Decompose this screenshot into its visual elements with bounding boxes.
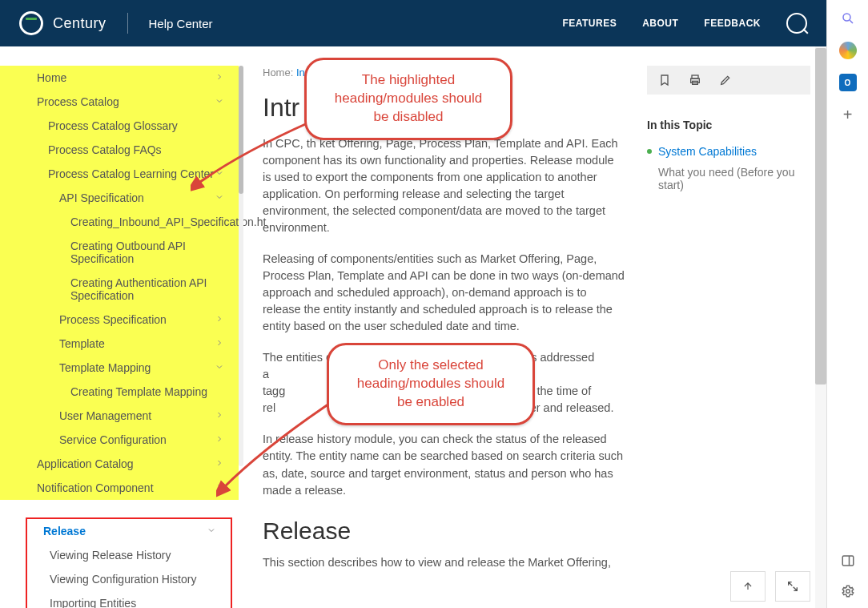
sidebar-item-process-catalog[interactable]: Process Catalog <box>0 90 239 114</box>
brand-separator <box>127 13 128 34</box>
breadcrumb-prefix: Home: <box>263 66 293 79</box>
sidebar-item-label: Home <box>37 71 66 84</box>
sidebar-item-creating-inbound-api-specification-ht[interactable]: Creating_Inbound_API_Specification.ht <box>0 210 239 234</box>
paragraph-2: Releasing of components/entities such as… <box>263 251 625 335</box>
sidebar-item-label: Process Catalog FAQs <box>48 143 162 156</box>
sidebar-item-template[interactable]: Template <box>0 332 239 356</box>
nav-link-about[interactable]: ABOUT <box>642 18 678 29</box>
svg-rect-4 <box>842 556 854 566</box>
search-icon[interactable] <box>786 13 807 34</box>
chevron-down-icon <box>215 168 224 180</box>
sidebar-item-label: Importing Entities <box>50 597 136 608</box>
chevron-right-icon <box>215 314 224 326</box>
in-this-topic-heading: In this Topic <box>647 119 810 131</box>
paragraph-1: In CPC, th ket Offering, Page, Process P… <box>263 135 625 236</box>
sidebar-item-importing-entities[interactable]: Importing Entities <box>27 591 231 608</box>
sidebar-item-home[interactable]: Home <box>0 66 239 90</box>
brand-logo-icon <box>19 11 43 35</box>
chevron-down-icon <box>215 362 224 374</box>
section-title-release: Release <box>263 513 625 549</box>
chevron-right-icon <box>215 458 224 470</box>
sidebar-item-label: Template <box>59 337 105 350</box>
sidebar-item-creating-outbound-api-specification[interactable]: Creating Outbound API Specification <box>0 234 239 271</box>
sidebar-item-viewing-release-history[interactable]: Viewing Release History <box>27 543 231 567</box>
chevron-right-icon <box>215 338 224 350</box>
sidebar-item-label: Process Catalog <box>37 95 119 108</box>
bookmark-icon[interactable] <box>658 74 671 87</box>
sidepanel-add-icon[interactable]: + <box>839 106 857 123</box>
sidebar-item-label: Creating Outbound API Specification <box>70 240 224 265</box>
sidebar-item-creating-template-mapping[interactable]: Creating Template Mapping <box>0 380 239 404</box>
annotation-callout-enabled: Only the selected heading/modules should… <box>327 343 535 425</box>
browser-side-panel: O + <box>826 0 868 608</box>
chevron-right-icon <box>215 434 224 446</box>
sidebar-item-viewing-configuration-history[interactable]: Viewing Configuration History <box>27 567 231 591</box>
chevron-down-icon <box>215 192 224 204</box>
sidebar-item-label: Creating Authentication API Specificatio… <box>70 276 224 302</box>
sidepanel-panel-toggle-icon[interactable] <box>839 552 857 570</box>
sidebar-item-label: Viewing Release History <box>50 549 171 562</box>
sidebar-item-label: Notification Component <box>37 481 154 494</box>
chevron-down-icon <box>207 525 216 538</box>
sidepanel-settings-icon[interactable] <box>839 582 857 600</box>
sidebar-item-label: User Management <box>59 409 151 422</box>
sidepanel-copilot-icon[interactable] <box>839 42 857 59</box>
sidebar-item-api-specification[interactable]: API Specification <box>0 186 239 210</box>
annotation-callout-disabled: The highlighted heading/modules should b… <box>304 58 512 140</box>
sidebar-item-label: Process Catalog Glossary <box>48 119 178 132</box>
sidebar-item-service-configuration[interactable]: Service Configuration <box>0 428 239 452</box>
brand-block: Century Help Center <box>19 11 213 35</box>
paragraph-5: This section describes how to view and r… <box>263 554 625 571</box>
top-navbar: Century Help Center FEATURES ABOUT FEEDB… <box>0 0 826 46</box>
sidebar-item-label: Process Specification <box>59 313 167 326</box>
sidebar-item-process-catalog-glossary[interactable]: Process Catalog Glossary <box>0 114 239 138</box>
sidebar-item-application-catalog[interactable]: Application Catalog <box>0 452 239 476</box>
brand-subtitle: Help Center <box>149 17 213 30</box>
sidebar-item-label: Application Catalog <box>37 457 134 470</box>
sidebar-item-label: Creating Template Mapping <box>70 385 207 398</box>
sidebar-item-process-catalog-learning-center[interactable]: Process Catalog Learning Center <box>0 162 239 186</box>
sidebar-nav: HomeProcess CatalogProcess Catalog Gloss… <box>0 46 239 608</box>
article-toolbar <box>647 66 810 95</box>
sidebar-item-label: Process Catalog Learning Center <box>48 167 214 180</box>
sidebar-item-process-specification[interactable]: Process Specification <box>0 308 239 332</box>
sidebar-item-user-management[interactable]: User Management <box>0 404 239 428</box>
sidebar-item-label: API Specification <box>59 191 144 204</box>
sidebar-item-process-catalog-faqs[interactable]: Process Catalog FAQs <box>0 138 239 162</box>
chevron-right-icon <box>215 482 224 494</box>
svg-point-6 <box>846 590 850 594</box>
sidebar-item-creating-authentication-api-specification[interactable]: Creating Authentication API Specificatio… <box>0 271 239 308</box>
paragraph-4: In release history module, you can check… <box>263 431 625 498</box>
main-scrollbar-thumb[interactable] <box>815 48 826 385</box>
nav-link-features[interactable]: FEATURES <box>562 18 617 29</box>
toc-item-what-you-need[interactable]: What you need (Before you start) <box>647 162 810 195</box>
chevron-right-icon <box>215 72 224 84</box>
sidebar-item-notification-component[interactable]: Notification Component <box>0 476 239 500</box>
sidebar-item-template-mapping[interactable]: Template Mapping <box>0 356 239 380</box>
nav-link-feedback[interactable]: FEEDBACK <box>704 18 761 29</box>
toc-item-system-capabilities[interactable]: System Capabilities <box>647 141 810 162</box>
scroll-to-top-button[interactable] <box>730 571 766 602</box>
brand-name: Century <box>53 15 106 32</box>
right-sidebar: In this Topic System Capabilities What y… <box>641 46 826 608</box>
sidebar-item-label: Template Mapping <box>59 361 151 374</box>
sidepanel-outlook-icon[interactable]: O <box>839 74 857 91</box>
sidebar-item-release[interactable]: Release <box>27 519 231 543</box>
edit-icon[interactable] <box>719 74 732 87</box>
main-scrollbar[interactable] <box>815 46 826 608</box>
sidebar-item-label: Service Configuration <box>59 433 167 446</box>
sidebar-item-label: Release <box>43 525 86 538</box>
chevron-down-icon <box>215 96 224 108</box>
sidebar-item-label: Viewing Configuration History <box>50 573 196 586</box>
expand-fullscreen-button[interactable] <box>775 571 810 602</box>
print-icon[interactable] <box>689 74 701 87</box>
chevron-right-icon <box>215 410 224 422</box>
svg-point-3 <box>843 14 850 21</box>
sidebar-item-label: Creating_Inbound_API_Specification.ht <box>70 215 266 228</box>
sidepanel-search-icon[interactable] <box>839 10 857 27</box>
